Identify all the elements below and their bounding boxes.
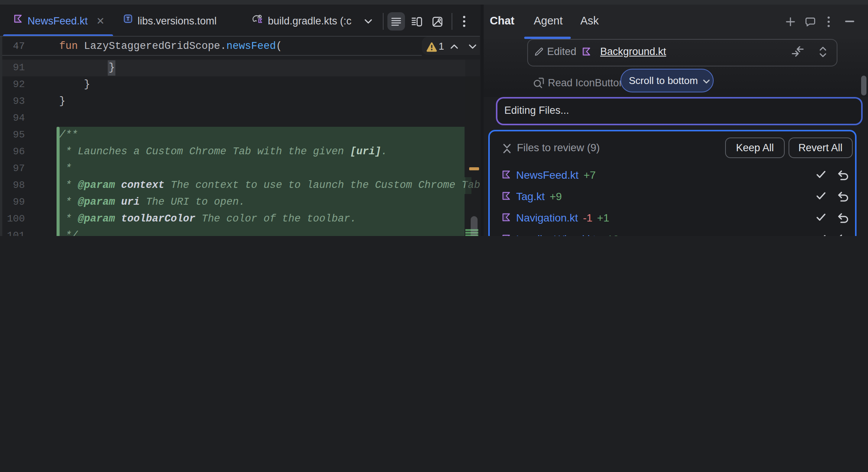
- svg-text:T: T: [126, 15, 130, 21]
